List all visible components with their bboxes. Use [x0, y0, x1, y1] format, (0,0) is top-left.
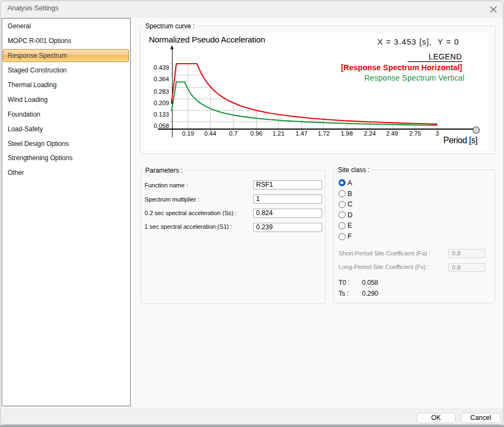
- svg-text:0.058: 0.058: [153, 123, 169, 129]
- svg-text:0.283: 0.283: [153, 88, 169, 95]
- svg-text:0.133: 0.133: [153, 111, 169, 118]
- svg-text:2.49: 2.49: [386, 130, 398, 137]
- svg-text:1.98: 1.98: [341, 130, 353, 137]
- svg-text:X = 3.453 [s], Y = 0: X = 3.453 [s], Y = 0: [378, 38, 459, 46]
- svg-text:Normalized Pseudo Acceleration: Normalized Pseudo Acceleration: [149, 35, 266, 44]
- svg-text:1.72: 1.72: [318, 130, 330, 137]
- svg-text:Response Spectrum Vertical: Response Spectrum Vertical: [364, 74, 464, 82]
- svg-text:0.96: 0.96: [250, 130, 262, 137]
- svg-text:0.364: 0.364: [153, 76, 169, 82]
- svg-text:Period [s]: Period [s]: [444, 136, 478, 145]
- svg-text:0.19: 0.19: [182, 130, 194, 137]
- svg-text:0.7: 0.7: [229, 130, 238, 137]
- svg-text:1.47: 1.47: [296, 130, 308, 137]
- svg-text:0.209: 0.209: [153, 100, 169, 106]
- svg-text:0.439: 0.439: [153, 64, 169, 71]
- svg-text:[Response Spectrum Horizontal]: [Response Spectrum Horizontal]: [341, 63, 462, 72]
- svg-text:2.75: 2.75: [409, 130, 421, 137]
- svg-text:1.21: 1.21: [273, 130, 285, 137]
- svg-text:0.44: 0.44: [204, 130, 216, 137]
- svg-text:3: 3: [435, 130, 439, 137]
- svg-text:2.24: 2.24: [364, 130, 376, 137]
- svg-text:LEGEND: LEGEND: [429, 52, 462, 61]
